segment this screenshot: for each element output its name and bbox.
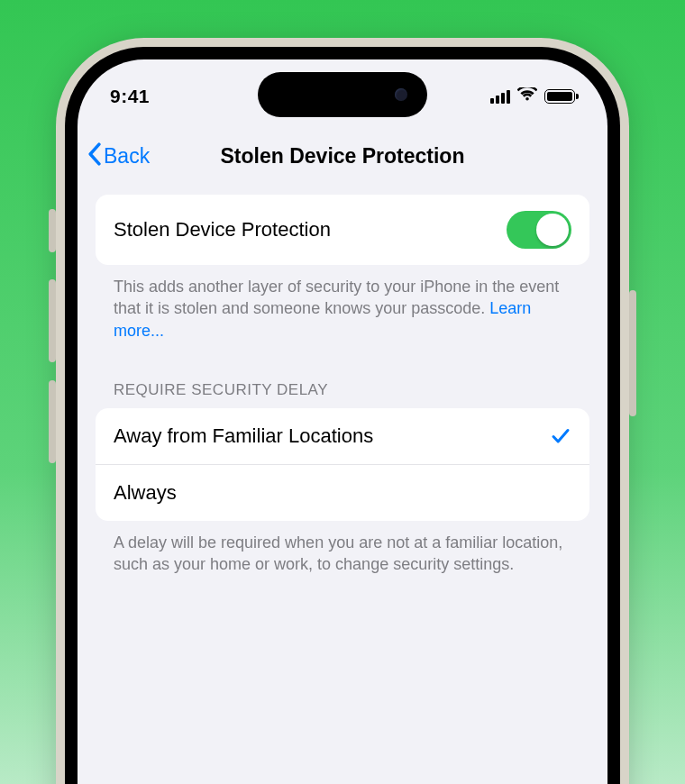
back-label: Back (104, 144, 150, 169)
back-button[interactable]: Back (87, 142, 150, 171)
protection-toggle-group: Stolen Device Protection (96, 195, 589, 265)
protection-footer: This adds another layer of security to y… (96, 265, 589, 342)
page-title: Stolen Device Protection (221, 144, 465, 169)
side-button (629, 290, 636, 416)
chevron-left-icon (87, 142, 102, 171)
screen: 9:41 Back Stolen Devic (78, 59, 607, 784)
delay-option-label: Always (114, 481, 177, 505)
delay-option-label: Away from Familiar Locations (114, 424, 373, 448)
delay-section-header: REQUIRE SECURITY DELAY (96, 381, 589, 408)
status-time: 9:41 (110, 86, 150, 107)
nav-bar: Back Stolen Device Protection (78, 132, 607, 182)
content: Stolen Device Protection This adds anoth… (78, 195, 607, 575)
mute-switch (49, 209, 56, 252)
checkmark-icon (550, 425, 571, 447)
protection-toggle-row[interactable]: Stolen Device Protection (96, 195, 589, 265)
dynamic-island (258, 72, 427, 117)
volume-up-button (49, 279, 56, 362)
volume-down-button (49, 380, 56, 463)
delay-footer: A delay will be required when you are no… (96, 521, 589, 576)
protection-toggle[interactable] (507, 211, 571, 249)
battery-icon (544, 89, 575, 104)
phone-frame: 9:41 Back Stolen Devic (65, 47, 620, 784)
cellular-signal-icon (490, 89, 510, 104)
delay-options-group: Away from Familiar Locations Always (96, 408, 589, 521)
delay-option-always[interactable]: Always (96, 464, 589, 521)
delay-option-away[interactable]: Away from Familiar Locations (96, 408, 589, 464)
protection-toggle-label: Stolen Device Protection (114, 218, 331, 242)
wifi-icon (517, 87, 537, 105)
